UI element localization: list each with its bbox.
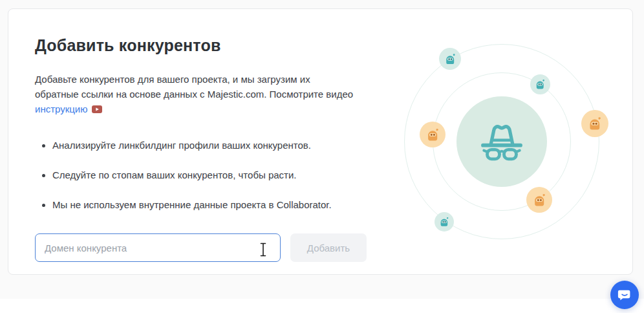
competitor-bot-avatar [526,187,552,213]
add-button[interactable]: Добавить [290,233,367,262]
add-competitor-form: Добавить [35,233,400,262]
benefit-item: Анализируйте линкбилдинг профили ваших к… [52,140,400,151]
competitor-domain-input[interactable] [35,233,281,262]
benefits-list: Анализируйте линкбилдинг профили ваших к… [35,140,400,211]
orbit-ring [404,44,599,239]
incognito-spy-icon [473,113,530,170]
competitor-bot-avatar [439,48,461,70]
incognito-circle [456,96,547,187]
benefit-item: Мы не используем внутренние данные проек… [52,199,400,211]
competitor-bot-avatar [530,74,550,94]
competitor-bot-avatar [420,122,445,147]
benefit-item: Следуйте по стопам ваших конкурентов, чт… [52,169,400,181]
page-title: Добавить конкурентов [35,36,400,55]
description-line: Добавьте конкурентов для вашего проекта,… [35,72,400,87]
orbit-ring [433,72,571,211]
add-competitors-card: Добавить конкурентов Добавьте конкуренто… [8,8,633,275]
description-link-line: инструкцию [35,102,400,116]
description: Добавьте конкурентов для вашего проекта,… [35,72,400,116]
competitor-bot-avatar [581,110,608,137]
chat-launcher-button[interactable] [610,281,639,309]
description-line: обратные ссылки на основе данных с Majes… [35,87,400,102]
chat-bubble-smile-icon [617,287,632,303]
competitor-bot-avatar [435,212,454,232]
bottom-strip [0,299,644,313]
card-content: Добавить конкурентов Добавьте конкуренто… [35,36,400,262]
youtube-play-icon[interactable] [92,105,102,113]
video-instruction-link[interactable]: инструкцию [35,103,88,114]
